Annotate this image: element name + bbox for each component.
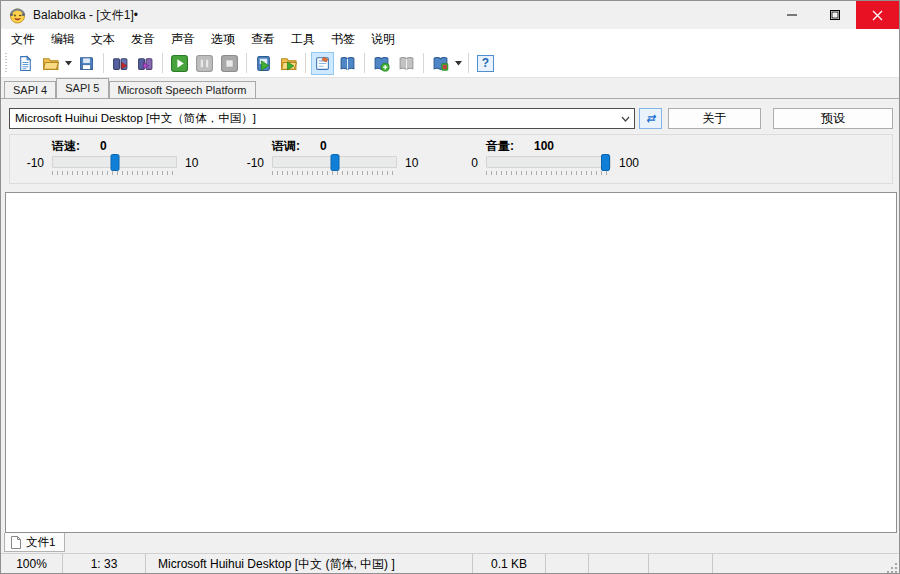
sapi-tab-strip: SAPI 4 SAPI 5 Microsoft Speech Platform (1, 78, 899, 98)
save-audio-file-button[interactable] (109, 52, 132, 75)
rate-slider-thumb[interactable] (110, 154, 119, 171)
document-icon (11, 536, 21, 549)
play-file-icon (255, 55, 272, 72)
play-folder-icon (280, 55, 297, 72)
status-bar: 100% 1: 33 Microsoft Huihui Desktop [中文 … (1, 553, 899, 574)
volume-slider[interactable] (486, 156, 611, 168)
pitch-slider[interactable] (272, 156, 397, 168)
toolbar-separator (103, 53, 104, 73)
audio-split-icon (137, 55, 154, 72)
menu-tools[interactable]: 工具 (283, 29, 323, 49)
new-document-icon (17, 55, 34, 72)
menu-bookmarks[interactable]: 书签 (323, 29, 363, 49)
status-file-size: 0.1 KB (473, 554, 546, 574)
toolbar-separator (423, 53, 424, 73)
open-file-dropdown[interactable] (63, 52, 74, 75)
status-empty-cell (589, 554, 649, 574)
menu-options[interactable]: 选项 (203, 29, 243, 49)
pitch-label: 语调: (272, 138, 300, 155)
document-tab[interactable]: 文件1 (4, 533, 65, 552)
status-empty-cell (546, 554, 589, 574)
open-folder-icon (42, 55, 59, 72)
status-empty-cell (649, 554, 713, 574)
new-document-button[interactable] (14, 52, 37, 75)
toolbar-grip[interactable] (5, 53, 10, 73)
read-audio-file-button[interactable] (252, 52, 275, 75)
status-voice: Microsoft Huihui Desktop [中文 (简体, 中国) ] (146, 554, 473, 574)
remove-dictionary-dropdown[interactable] (453, 52, 464, 75)
voice-about-button[interactable]: 关于 (668, 108, 761, 129)
menu-audio[interactable]: 声音 (163, 29, 203, 49)
balabolka-logo-icon (9, 7, 26, 24)
stop-icon (221, 55, 238, 72)
book-gray-icon (398, 55, 415, 72)
voice-preset-button[interactable]: 预设 (773, 108, 893, 129)
combo-chevron-icon[interactable] (616, 109, 634, 128)
rate-slider-ticks (52, 171, 177, 175)
refresh-voices-button[interactable]: ⇄ (639, 108, 662, 129)
stop-button[interactable] (218, 52, 241, 75)
menu-view[interactable]: 查看 (243, 29, 283, 49)
help-button[interactable]: ? (474, 52, 497, 75)
pause-button[interactable] (193, 52, 216, 75)
menu-speech[interactable]: 发音 (123, 29, 163, 49)
save-file-button[interactable] (75, 52, 98, 75)
book-plus-icon (373, 55, 390, 72)
open-book-icon (339, 55, 356, 72)
tab-ms-speech-platform[interactable]: Microsoft Speech Platform (109, 81, 256, 98)
remove-dictionary-button[interactable] (429, 52, 452, 75)
batch-file-converter-button[interactable] (277, 52, 300, 75)
split-audio-file-button[interactable] (134, 52, 157, 75)
status-zoom: 100% (1, 554, 63, 574)
voice-panel: Microsoft Huihui Desktop [中文（简体，中国）] ⇄ 关… (1, 98, 899, 192)
menu-edit[interactable]: 编辑 (43, 29, 83, 49)
status-cursor-position: 1: 33 (63, 554, 146, 574)
book-minus-icon (432, 55, 449, 72)
text-editor[interactable] (5, 192, 897, 533)
refresh-icon: ⇄ (646, 112, 655, 125)
maximize-button[interactable] (813, 1, 856, 29)
pitch-slider-thumb[interactable] (330, 154, 339, 171)
highlight-text-icon (314, 55, 331, 72)
pitch-min-label: -10 (238, 156, 264, 170)
chevron-down-icon (455, 61, 462, 66)
voice-select[interactable]: Microsoft Huihui Desktop [中文（简体，中国）] (9, 108, 635, 129)
tab-sapi5[interactable]: SAPI 5 (56, 78, 108, 98)
rate-max-label: 10 (185, 156, 198, 170)
minimize-button[interactable] (770, 1, 813, 29)
menu-text[interactable]: 文本 (83, 29, 123, 49)
highlight-text-button[interactable] (311, 52, 334, 75)
help-icon: ? (477, 55, 494, 72)
volume-label: 音量: (486, 138, 514, 155)
pitch-slider-ticks (272, 171, 397, 175)
voice-settings-group: 语速: 0 -10 10 语调: 0 (9, 134, 893, 184)
volume-min-label: 0 (452, 156, 478, 170)
title-bar[interactable]: Balabolka - [文件1]• (1, 1, 899, 29)
volume-slider-thumb[interactable] (601, 154, 610, 171)
toolbar-separator (305, 53, 306, 73)
open-file-button[interactable] (39, 52, 62, 75)
document-tab-label: 文件1 (26, 535, 55, 550)
pause-icon (196, 55, 213, 72)
play-button[interactable] (168, 52, 191, 75)
menu-bar: 文件 编辑 文本 发音 声音 选项 查看 工具 书签 说明 (1, 29, 899, 49)
rate-slider[interactable] (52, 156, 177, 168)
close-button[interactable] (856, 1, 899, 29)
pitch-slider-group: 语调: 0 -10 10 (238, 138, 418, 175)
edit-dictionary-button[interactable] (395, 52, 418, 75)
menu-help[interactable]: 说明 (363, 29, 403, 49)
volume-max-label: 100 (619, 156, 639, 170)
pitch-value: 0 (320, 139, 327, 153)
volume-slider-ticks (486, 171, 611, 175)
volume-value: 100 (534, 139, 554, 153)
add-dictionary-button[interactable] (370, 52, 393, 75)
dictionary-button[interactable] (336, 52, 359, 75)
tab-sapi4[interactable]: SAPI 4 (4, 81, 56, 98)
rate-value: 0 (100, 139, 107, 153)
volume-slider-group: 音量: 100 0 100 (452, 138, 639, 175)
resize-grip[interactable] (885, 561, 898, 574)
menu-file[interactable]: 文件 (3, 29, 43, 49)
app-window: Balabolka - [文件1]• 文件 编辑 文本 发音 声音 选项 查看 … (0, 0, 900, 574)
audio-file-icon (112, 55, 129, 72)
rate-label: 语速: (52, 138, 80, 155)
